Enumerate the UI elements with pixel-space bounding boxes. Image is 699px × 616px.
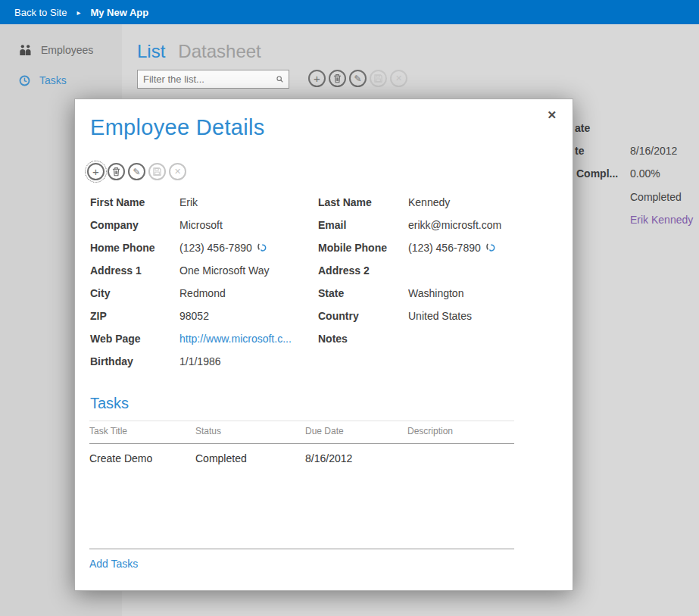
save-icon — [153, 167, 161, 176]
employee-details-dialog: ✕ Employee Details + ✎ ✕ — [74, 98, 573, 591]
sidebar-item-employees[interactable]: Employees — [19, 42, 93, 58]
delete-record-button[interactable] — [108, 163, 125, 180]
field-label-birthday: Birthday — [90, 355, 179, 367]
app-page: Back to Site ▸ My New App Employees Task… — [0, 0, 699, 616]
clipped-field-label: ate — [575, 122, 590, 134]
add-tasks-link[interactable]: Add Tasks — [89, 558, 138, 570]
suite-bar: Back to Site ▸ My New App — [0, 0, 699, 24]
field-value-zip: 98052 — [179, 310, 318, 322]
clipped-field-label: Compl... — [576, 167, 618, 180]
field-label-notes: Notes — [318, 333, 408, 345]
save-record-button[interactable] — [148, 163, 166, 180]
column-header-status: Status — [195, 426, 305, 436]
field-label-email: Email — [318, 219, 408, 231]
close-icon[interactable]: ✕ — [547, 108, 557, 122]
field-label-city: City — [90, 287, 179, 299]
field-label-first-name: First Name — [90, 196, 179, 208]
breadcrumb-arrow-icon: ▸ — [76, 8, 80, 17]
sidebar-item-label: Employees — [41, 44, 93, 56]
employee-form: First Name Erik Last Name Kennedy Compan… — [90, 191, 545, 373]
field-label-web-page: Web Page — [90, 333, 179, 345]
task-title-cell: Create Demo — [89, 452, 195, 464]
add-record-button[interactable]: + — [87, 163, 105, 180]
save-icon — [374, 74, 382, 83]
filter-input[interactable] — [143, 73, 276, 85]
status-value: Completed — [630, 191, 682, 203]
field-value-state: Washington — [408, 287, 545, 299]
cancel-record-button[interactable]: ✕ — [169, 163, 186, 180]
search-icon — [276, 74, 283, 84]
field-value-first-name: Erik — [179, 196, 318, 208]
field-label-company: Company — [90, 219, 179, 231]
edit-record-button[interactable]: ✎ — [349, 70, 367, 87]
assigned-to-link[interactable]: Erik Kennedy — [630, 214, 693, 226]
add-record-button[interactable]: + — [308, 70, 326, 87]
call-phone-icon[interactable] — [485, 243, 497, 253]
tasks-table-header: Task Title Status Due Date Description — [89, 421, 514, 444]
field-label-address-2: Address 2 — [318, 264, 408, 277]
due-date-value: 8/16/2012 — [630, 145, 677, 157]
tasks-table-bottom-rule — [89, 549, 514, 549]
task-status-cell: Completed — [195, 452, 305, 464]
call-phone-icon[interactable] — [257, 243, 268, 253]
trash-icon — [112, 167, 120, 177]
clock-icon — [19, 75, 30, 86]
field-value-home-phone: (123) 456-7890 — [179, 242, 318, 254]
back-to-site-link[interactable]: Back to Site — [14, 7, 67, 18]
task-description-cell — [407, 452, 514, 464]
field-label-state: State — [318, 287, 408, 299]
column-header-task-title: Task Title — [89, 426, 195, 436]
clipped-field-label: te — [575, 145, 584, 157]
dialog-action-bar: + ✎ ✕ — [87, 163, 186, 180]
field-label-country: Country — [318, 310, 408, 322]
web-page-link[interactable]: http://www.microsoft.c... — [179, 333, 292, 345]
tasks-subview-heading: Tasks — [90, 395, 129, 412]
field-label-mobile-phone: Mobile Phone — [318, 242, 408, 254]
trash-icon — [333, 73, 342, 83]
field-label-last-name: Last Name — [318, 196, 408, 208]
field-value-last-name: Kennedy — [408, 196, 545, 208]
field-value-email: erikk@microsft.com — [408, 219, 545, 231]
field-value-birthday: 1/1/1986 — [179, 355, 318, 367]
column-header-description: Description — [407, 426, 514, 436]
app-title[interactable]: My New App — [90, 7, 148, 18]
tasks-table: Task Title Status Due Date Description C… — [89, 421, 514, 464]
people-icon — [19, 45, 32, 55]
view-selector: List Datasheet — [137, 41, 261, 62]
save-record-button[interactable] — [370, 70, 387, 87]
field-value-country: United States — [408, 310, 545, 322]
field-value-company: Microsoft — [179, 219, 318, 231]
sidebar-item-label: Tasks — [39, 74, 67, 86]
list-action-bar: + ✎ ✕ — [308, 70, 407, 87]
tab-datasheet[interactable]: Datasheet — [178, 41, 261, 62]
field-value-mobile-phone: (123) 456-7890 — [408, 242, 545, 254]
task-due-date-cell: 8/16/2012 — [305, 452, 407, 464]
sidebar-item-tasks[interactable]: Tasks — [19, 73, 67, 88]
cancel-record-button[interactable]: ✕ — [390, 70, 407, 87]
field-label-zip: ZIP — [90, 310, 179, 322]
filter-box — [137, 70, 289, 89]
delete-record-button[interactable] — [329, 70, 346, 87]
dialog-title: Employee Details — [90, 115, 264, 140]
field-value-city: Redmond — [179, 287, 318, 299]
field-value-address-1: One Microsoft Way — [179, 264, 318, 277]
percent-complete-value: 0.00% — [630, 167, 660, 180]
tab-list[interactable]: List — [137, 41, 165, 62]
column-header-due-date: Due Date — [305, 426, 407, 436]
edit-record-button[interactable]: ✎ — [128, 163, 145, 180]
field-label-home-phone: Home Phone — [90, 242, 179, 254]
table-row[interactable]: Create Demo Completed 8/16/2012 — [89, 444, 514, 464]
field-label-address-1: Address 1 — [90, 264, 179, 277]
